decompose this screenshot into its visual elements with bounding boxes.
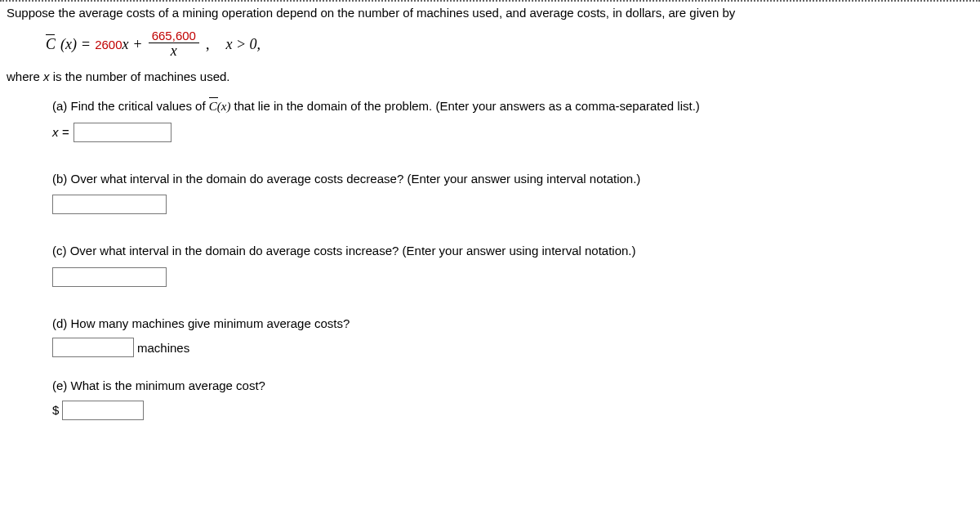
formula-var: x	[122, 36, 129, 52]
part-e-currency: $	[52, 403, 59, 417]
part-b-label: (b)	[52, 172, 71, 186]
fraction-denominator: x	[167, 43, 180, 60]
part-d-unit: machines	[137, 341, 189, 355]
part-b: (b) Over what interval in the domain do …	[7, 170, 973, 215]
part-a-text2: that lie in the domain of the problem. (…	[230, 99, 699, 113]
formula-eq: =	[82, 36, 90, 53]
formula-comma: ,	[206, 36, 210, 53]
part-d-prompt: (d) How many machines give minimum avera…	[52, 315, 973, 334]
part-a-fnarg: (x)	[217, 100, 231, 113]
part-b-prompt: (b) Over what interval in the domain do …	[52, 170, 973, 189]
part-d-label: (d)	[52, 316, 71, 330]
formula-plus: +	[134, 36, 142, 53]
part-a-prompt: (a) Find the critical values of C(x) tha…	[52, 97, 973, 116]
part-e-label: (e)	[52, 378, 71, 392]
part-d-input[interactable]	[52, 338, 134, 357]
part-e: (e) What is the minimum average cost? $	[7, 377, 973, 420]
part-e-prompt: (e) What is the minimum average cost?	[52, 377, 973, 396]
formula-coef: 2600	[95, 38, 122, 51]
part-c-prompt: (c) Over what interval in the domain do …	[52, 242, 973, 261]
part-b-text: Over what interval in the domain do aver…	[71, 172, 641, 186]
part-b-input[interactable]	[52, 195, 167, 214]
part-e-input[interactable]	[62, 401, 144, 420]
part-d: (d) How many machines give minimum avera…	[7, 315, 973, 358]
cbar-inline: C	[209, 97, 217, 116]
part-a-fn: C	[209, 100, 217, 113]
part-a-xeq: x =	[52, 125, 69, 139]
part-a-label: (a)	[52, 99, 71, 113]
cost-formula: C(x) = 2600x + 665,600 x , x > 0,	[7, 29, 973, 60]
where-text: where x is the number of machines used.	[7, 68, 973, 87]
problem-container: Suppose the average costs of a mining op…	[0, 0, 980, 437]
part-c-label: (c)	[52, 244, 70, 257]
part-a-text1: Find the critical values of	[71, 99, 209, 113]
formula-arg: (x)	[60, 36, 77, 53]
part-d-text: How many machines give minimum average c…	[71, 316, 350, 330]
part-c: (c) Over what interval in the domain do …	[7, 242, 973, 287]
part-c-text: Over what interval in the domain do aver…	[70, 244, 636, 257]
part-c-input[interactable]	[52, 267, 167, 287]
intro-text: Suppose the average costs of a mining op…	[7, 4, 973, 23]
part-a: (a) Find the critical values of C(x) tha…	[7, 97, 973, 142]
part-a-input[interactable]	[74, 123, 172, 142]
formula-fraction: 665,600 x	[149, 29, 199, 60]
cbar-symbol: C	[46, 36, 56, 53]
part-e-text: What is the minimum average cost?	[71, 378, 265, 392]
fraction-numerator: 665,600	[149, 29, 199, 44]
formula-condition: x > 0,	[225, 36, 261, 53]
formula-fn: C	[46, 36, 56, 52]
